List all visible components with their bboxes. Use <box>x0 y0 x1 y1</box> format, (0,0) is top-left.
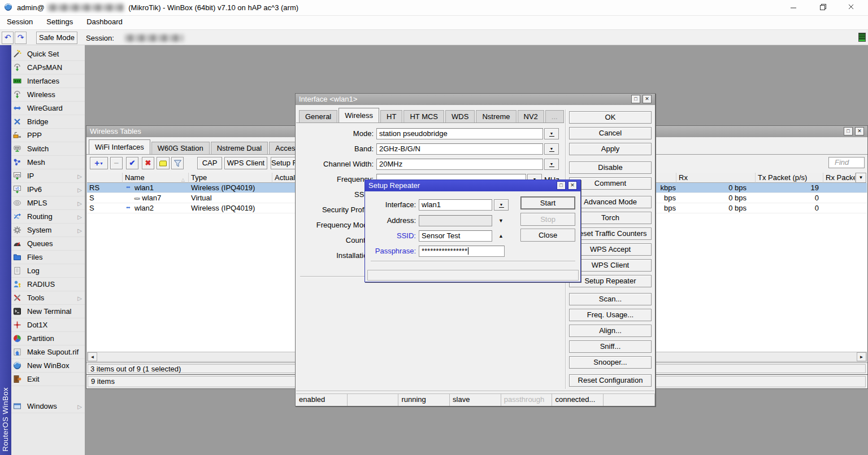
enable-button[interactable]: ✔ <box>126 157 138 169</box>
freq-usage-button[interactable]: Freq. Usage... <box>569 309 652 321</box>
sidebar-item-system[interactable]: System▷ <box>11 224 85 237</box>
interface-dialog-titlebar[interactable]: Interface <wlan1> <box>296 94 655 105</box>
setup-repeater-titlebar[interactable]: Setup Repeater <box>365 180 580 191</box>
tab-nv2[interactable]: NV2 <box>518 110 544 123</box>
sidebar-item-interfaces[interactable]: Interfaces <box>11 75 85 88</box>
cancel-button[interactable]: Cancel <box>569 127 652 139</box>
tab-nstreme[interactable]: Nstreme <box>476 110 516 123</box>
cap-button[interactable]: CAP <box>197 157 222 169</box>
sidebar-item-new-winbox[interactable]: New WinBox <box>11 359 85 373</box>
comment-button[interactable] <box>157 157 170 169</box>
tab-general[interactable]: General <box>299 110 337 123</box>
filter-button[interactable] <box>171 157 184 169</box>
find-button[interactable]: Find <box>828 157 865 168</box>
restore-button[interactable] <box>810 0 835 16</box>
snooper-button[interactable]: Snooper... <box>569 356 652 369</box>
start-button[interactable]: Start <box>520 196 575 209</box>
tab-wifi-interfaces[interactable]: WiFi Interfaces <box>89 139 150 154</box>
scan-button[interactable]: Scan... <box>569 293 652 305</box>
maximize-icon[interactable]: □ <box>844 127 853 135</box>
dropdown-button[interactable]: ▼ <box>544 128 559 139</box>
advanced-mode-button[interactable]: Advanced Mode <box>569 196 652 208</box>
tab-wds[interactable]: WDS <box>445 110 475 123</box>
sidebar-item-switch[interactable]: Switch <box>11 142 85 156</box>
scroll-right-icon[interactable]: ► <box>857 352 866 361</box>
tab-blank[interactable]: ... <box>545 110 564 123</box>
up-arrow-icon[interactable]: ▲ <box>498 233 504 239</box>
field-input-ssid[interactable]: Sensor Test <box>419 230 492 242</box>
align-button[interactable]: Align... <box>569 325 652 337</box>
sidebar-item-make-supout-rif[interactable]: Make Supout.rif <box>11 345 85 359</box>
dropdown-button[interactable]: ▼ <box>494 199 509 211</box>
scroll-left-icon[interactable]: ◄ <box>88 352 97 361</box>
ok-button[interactable]: OK <box>569 111 652 124</box>
sidebar-item-wireless[interactable]: Wireless <box>11 88 85 102</box>
apply-button[interactable]: Apply <box>569 143 652 155</box>
close-icon[interactable]: ✕ <box>855 127 864 135</box>
sidebar-item-log[interactable]: Log <box>11 264 85 278</box>
sidebar-item-tools[interactable]: Tools▷ <box>11 291 85 305</box>
field-input-band[interactable]: 2GHz-B/G/N <box>376 143 543 155</box>
menu-session[interactable]: Session <box>0 16 40 29</box>
sniff-button[interactable]: Sniff... <box>569 340 652 353</box>
sidebar-item-bridge[interactable]: Bridge <box>11 115 85 129</box>
column-header-rx-packet-p-s[interactable]: Rx Packet (p/s) <box>823 173 856 183</box>
undo-button[interactable]: ↶ <box>2 32 14 44</box>
maximize-icon[interactable]: □ <box>631 95 640 103</box>
sidebar-item-ppp[interactable]: PPP <box>11 129 85 142</box>
sidebar-item-exit[interactable]: Exit <box>11 373 85 386</box>
column-picker-button[interactable]: ▼ <box>856 173 866 183</box>
menu-dashboard[interactable]: Dashboard <box>80 16 129 29</box>
sidebar-item-wireguard[interactable]: WireGuard <box>11 102 85 115</box>
down-arrow-icon[interactable]: ▼ <box>498 218 504 224</box>
dropdown-button[interactable]: ▼ <box>544 159 559 170</box>
sidebar-item-radius[interactable]: RADIUS <box>11 278 85 291</box>
sidebar-item-mpls[interactable]: MPLS▷ <box>11 196 85 210</box>
tab-nstreme-dual[interactable]: Nstreme Dual <box>211 142 268 154</box>
wps-client-button[interactable]: WPS Client <box>224 157 267 169</box>
remove-button[interactable]: − <box>110 157 123 169</box>
sidebar-item-quick-set[interactable]: Quick Set <box>11 47 85 61</box>
field-input-mode[interactable]: station pseudobridge <box>376 128 543 139</box>
tab-wireless[interactable]: Wireless <box>338 108 379 123</box>
menu-settings[interactable]: Settings <box>40 16 80 29</box>
stop-button[interactable]: Stop <box>520 213 575 226</box>
sidebar-item-partition[interactable]: Partition <box>11 332 85 345</box>
sidebar-item-queues[interactable]: Queues <box>11 237 85 251</box>
wps-client-button[interactable]: WPS Client <box>569 259 652 272</box>
sidebar-item-mesh[interactable]: Mesh <box>11 156 85 169</box>
sidebar-item-new-terminal[interactable]: New Terminal <box>11 305 85 318</box>
field-input-passphrase[interactable]: **************** <box>419 246 505 257</box>
tab-ht-mcs[interactable]: HT MCS <box>403 110 444 123</box>
maximize-icon[interactable]: □ <box>557 181 566 190</box>
tab-w60g-station[interactable]: W60G Station <box>151 142 210 154</box>
sidebar-item-windows[interactable]: Windows▷ <box>11 400 85 413</box>
sidebar-item-files[interactable]: Files <box>11 251 85 264</box>
column-header-type[interactable]: Type <box>189 173 272 183</box>
reset-configuration-button[interactable]: Reset Configuration <box>569 374 652 387</box>
close-button[interactable]: Close <box>520 229 575 242</box>
redo-button[interactable]: ↷ <box>15 32 27 44</box>
setup-repeater-button[interactable]: Setup Repeater <box>569 275 652 287</box>
column-header-rx[interactable]: Rx <box>676 173 756 183</box>
sidebar-item-ip[interactable]: 255IP▷ <box>11 169 85 183</box>
column-header-blank[interactable] <box>87 173 123 183</box>
close-icon[interactable]: ✕ <box>643 95 652 103</box>
disable-button[interactable]: ✖ <box>142 157 154 169</box>
field-input-channel-width[interactable]: 20MHz <box>376 159 543 170</box>
reset-traffic-counters-button[interactable]: Reset Traffic Counters <box>569 228 652 240</box>
close-button[interactable] <box>839 0 863 16</box>
dropdown-button[interactable]: ▼ <box>544 143 559 155</box>
safe-mode-button[interactable]: Safe Mode <box>36 32 77 44</box>
disable-button[interactable]: Disable <box>569 161 652 174</box>
sidebar-item-dot1x[interactable]: Dot1X <box>11 318 85 332</box>
add-button[interactable]: +▼ <box>90 157 108 169</box>
tab-ht[interactable]: HT <box>380 110 402 123</box>
field-input-address[interactable] <box>419 215 492 226</box>
sidebar-item-capsman[interactable]: CAPsMAN <box>11 61 85 75</box>
redacted-session-value[interactable] <box>125 34 184 42</box>
close-icon[interactable]: ✕ <box>568 181 577 190</box>
column-header-name[interactable]: Name△ <box>123 173 189 183</box>
minimize-button[interactable] <box>781 0 806 16</box>
torch-button[interactable]: Torch <box>569 212 652 224</box>
